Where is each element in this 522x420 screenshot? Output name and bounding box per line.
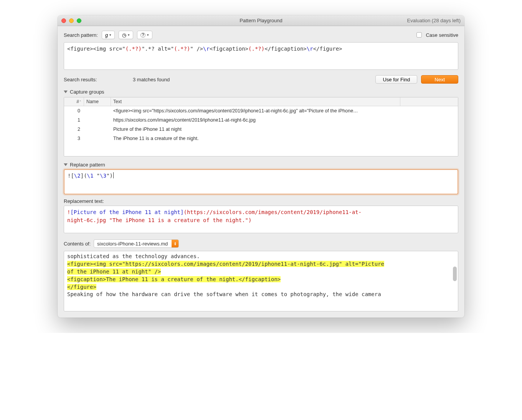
table-row[interactable]: 0 <figure><img src="https://sixcolors.co… — [64, 106, 458, 115]
source-preview[interactable]: sophisticated as the technology advances… — [64, 251, 458, 311]
close-icon[interactable] — [61, 18, 66, 23]
col-name-header[interactable]: Name — [84, 97, 111, 106]
window-title: Pattern Playground — [58, 18, 464, 23]
search-pattern-label: Search pattern: — [64, 32, 98, 38]
row-text: https://sixcolors.com/images/content/201… — [111, 115, 400, 125]
row-text: The iPhone 11 is a creature of the night… — [111, 134, 400, 143]
history-button[interactable]: ◷ ▾ — [119, 31, 133, 39]
results-row: Search results: 3 matches found Use for … — [64, 75, 458, 84]
app-window: Pattern Playground Evaluation (28 days l… — [58, 15, 464, 318]
row-number: 2 — [64, 125, 84, 134]
sort-up-icon: ˄ — [79, 100, 81, 104]
table-body: 0 <figure><img src="https://sixcolors.co… — [64, 106, 458, 156]
use-for-find-button[interactable]: Use for Find — [375, 75, 417, 84]
help-icon: ? — [140, 33, 145, 38]
case-sensitive-checkbox[interactable] — [416, 32, 422, 38]
row-number: 1 — [64, 115, 84, 125]
replace-pattern-header[interactable]: Replace pattern — [64, 162, 458, 168]
row-name — [84, 115, 111, 125]
source-line: Speaking of how the hardware can drive t… — [67, 291, 455, 298]
chevron-down-icon: ▾ — [109, 33, 111, 37]
table-row[interactable]: 3 The iPhone 11 is a creature of the nig… — [64, 134, 458, 143]
table-row[interactable]: 2 Picture of the iPhone 11 at night — [64, 125, 458, 134]
disclosure-triangle-icon — [64, 163, 68, 166]
row-name — [84, 125, 111, 134]
minimize-icon[interactable] — [69, 18, 74, 23]
results-count: 3 matches found — [133, 77, 170, 82]
row-number: 3 — [64, 134, 84, 143]
chevron-down-icon: ▾ — [147, 33, 149, 37]
titlebar: Pattern Playground Evaluation (28 days l… — [58, 15, 464, 26]
row-name — [84, 106, 111, 115]
replacement-text-output: ![Picture of the iPhone 11 at night](htt… — [64, 206, 458, 233]
search-pattern-input[interactable]: <figure><img src="(.*?)".*? alt="(.*?)" … — [64, 42, 458, 70]
capture-groups-header[interactable]: Capture groups — [64, 89, 458, 95]
contents-row: Contents of: sixcolors-iPhone-11-reviews… — [64, 239, 458, 248]
replace-pattern-input[interactable]: ![\2](\1 "\3") — [64, 169, 458, 194]
chevron-down-icon: ▾ — [128, 33, 130, 37]
source-line: of the iPhone 11 at night" /> — [67, 268, 455, 276]
search-pattern-row: Search pattern: g ▾ ◷ ▾ ? ▾ Case sensiti… — [64, 31, 458, 39]
row-text: <figure><img src="https://sixcolors.com/… — [111, 106, 400, 115]
help-button[interactable]: ? ▾ — [137, 31, 152, 39]
content-area: Search pattern: g ▾ ◷ ▾ ? ▾ Case sensiti… — [58, 26, 464, 318]
source-line: sophisticated as the technology advances… — [67, 253, 455, 260]
row-name — [84, 134, 111, 143]
source-line: <figure><img src="https://sixcolors.com/… — [67, 260, 455, 268]
clock-icon: ◷ — [122, 32, 126, 38]
replace-pattern-label: Replace pattern — [70, 162, 105, 168]
case-sensitive-label: Case sensitive — [426, 32, 458, 38]
contents-of-label: Contents of: — [64, 241, 91, 247]
col-text-header[interactable]: Text — [111, 97, 400, 106]
source-line: <figcaption>The iPhone 11 is a creature … — [67, 276, 455, 283]
grep-mode-button[interactable]: g ▾ — [102, 31, 115, 39]
table-header-row: #˄ Name Text — [64, 97, 458, 106]
evaluation-label: Evaluation (28 days left) — [407, 18, 461, 23]
replacement-text-label: Replacement text: — [64, 198, 458, 204]
grep-mode-label: g — [105, 32, 108, 38]
text-cursor-icon — [113, 172, 114, 178]
row-number: 0 — [64, 106, 84, 115]
traffic-lights — [61, 18, 81, 23]
select-arrows-icon: ▲▼ — [172, 240, 178, 247]
table-row[interactable]: 1 https://sixcolors.com/images/content/2… — [64, 115, 458, 125]
col-spacer-header — [400, 97, 458, 106]
capture-groups-table: #˄ Name Text 0 <figure><img src="https:/… — [64, 97, 458, 156]
col-num-header[interactable]: #˄ — [64, 97, 84, 106]
contents-file-select[interactable]: sixcolors-iPhone-11-reviews.md ▲▼ — [94, 239, 179, 248]
zoom-icon[interactable] — [77, 18, 81, 23]
capture-groups-label: Capture groups — [70, 89, 104, 95]
selected-file-name: sixcolors-iPhone-11-reviews.md — [94, 241, 172, 247]
row-text: Picture of the iPhone 11 at night — [111, 125, 400, 134]
next-button[interactable]: Next — [421, 75, 458, 84]
disclosure-triangle-icon — [64, 91, 68, 93]
scrollbar-thumb[interactable] — [453, 267, 457, 281]
source-line: </figure> — [67, 283, 455, 291]
scrollbar[interactable] — [452, 252, 457, 310]
results-label: Search results: — [64, 77, 133, 82]
